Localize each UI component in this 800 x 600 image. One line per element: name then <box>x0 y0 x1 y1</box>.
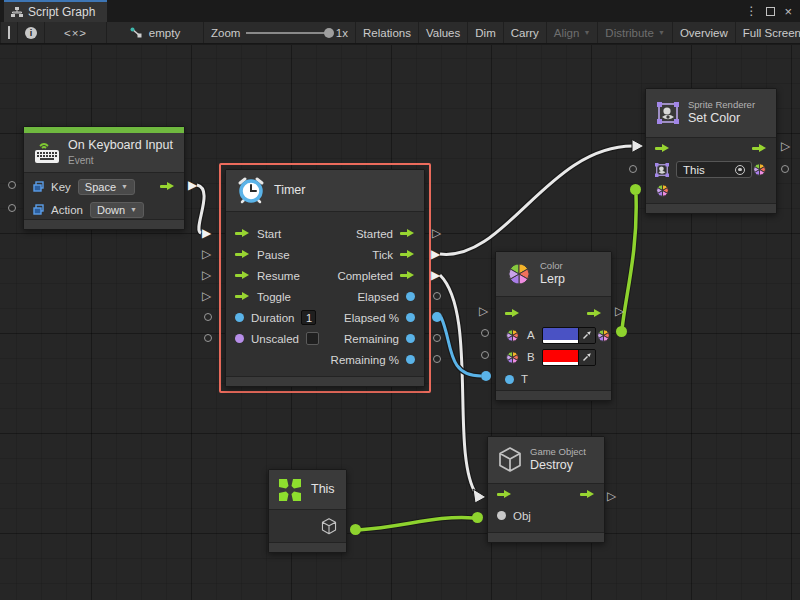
node-title: Timer <box>274 183 305 199</box>
trigger-in-icon[interactable] <box>505 309 520 318</box>
port-destroy-trigger-out[interactable]: ▷ <box>607 490 616 502</box>
port-timer-remaining[interactable] <box>433 334 441 342</box>
port-timer-toggle[interactable]: ▷ <box>202 290 211 302</box>
port-timer-started[interactable]: ▷ <box>432 227 441 239</box>
distribute-dropdown[interactable]: Distribute▼ <box>598 22 673 43</box>
object-picker-icon[interactable] <box>735 165 745 175</box>
trigger-out-icon[interactable] <box>752 144 767 153</box>
graph-hierarchy-icon <box>11 7 23 18</box>
value-port-icon[interactable] <box>505 375 514 384</box>
node-timer[interactable]: Timer Start Started Pause Tick Resume Co… <box>225 169 425 387</box>
port-lerp-t[interactable] <box>481 371 491 381</box>
window-close-icon[interactable]: × <box>784 5 792 18</box>
port-keyboard-trigger-out[interactable]: ▶ <box>188 179 197 191</box>
port-keyboard-action[interactable] <box>8 204 16 212</box>
tab-script-graph[interactable]: Script Graph <box>4 0 107 22</box>
align-dropdown[interactable]: Align▼ <box>547 22 599 43</box>
port-keyboard-key[interactable] <box>8 181 16 189</box>
port-timer-unscaled[interactable] <box>204 334 212 342</box>
eyedropper-icon[interactable] <box>578 328 595 343</box>
value-port-icon[interactable] <box>497 511 506 520</box>
wire-tick-to-setcolor[interactable] <box>440 140 644 255</box>
port-timer-tick[interactable]: ▶ <box>431 248 440 260</box>
trigger-in-icon[interactable] <box>235 250 250 259</box>
value-port-icon[interactable] <box>235 313 244 322</box>
value-port-icon[interactable] <box>406 292 415 301</box>
color-port-icon[interactable] <box>596 328 611 343</box>
code-preview-button[interactable]: <×> <box>45 22 107 43</box>
overview-button[interactable]: Overview <box>673 22 736 43</box>
carry-toggle[interactable]: Carry <box>504 22 547 43</box>
port-lerp-a[interactable] <box>481 329 489 337</box>
value-port-icon[interactable] <box>406 355 415 364</box>
trigger-in-icon[interactable] <box>655 144 670 153</box>
color-port-icon[interactable] <box>655 183 670 198</box>
color-port-icon[interactable] <box>752 162 767 177</box>
port-lerp-result[interactable] <box>616 326 627 337</box>
port-setcolor-target[interactable] <box>629 165 637 173</box>
node-on-keyboard-input[interactable]: On Keyboard Input Event Key Space▼ Actio… <box>23 126 185 230</box>
node-set-color[interactable]: Sprite Renderer Set Color This <box>645 88 777 214</box>
zoom-slider-handle[interactable] <box>324 28 334 38</box>
relations-toggle[interactable]: Relations <box>356 22 419 43</box>
window-menu-icon[interactable]: ⋮ <box>745 5 757 17</box>
port-setcolor-result[interactable] <box>781 165 789 173</box>
graph-canvas[interactable]: On Keyboard Input Event Key Space▼ Actio… <box>0 45 800 600</box>
wire-this-to-obj[interactable] <box>358 518 474 530</box>
port-timer-pause[interactable]: ▷ <box>202 248 211 260</box>
port-timer-resume[interactable]: ▷ <box>202 269 211 281</box>
port-lerp-b[interactable] <box>481 351 489 359</box>
trigger-in-icon[interactable] <box>235 292 250 301</box>
wire-elapsedpct-to-t[interactable] <box>441 317 481 376</box>
color-a-swatch[interactable] <box>542 327 596 344</box>
values-toggle[interactable]: Values <box>419 22 468 43</box>
color-b-swatch[interactable] <box>542 349 596 366</box>
dim-toggle[interactable]: Dim <box>468 22 503 43</box>
lock-button[interactable] <box>0 22 18 43</box>
trigger-out-icon[interactable] <box>587 309 602 318</box>
port-timer-elapsed[interactable] <box>433 292 441 300</box>
unscaled-checkbox[interactable] <box>306 332 319 345</box>
trigger-out-icon[interactable] <box>400 271 415 280</box>
port-destroy-obj[interactable] <box>472 512 483 523</box>
port-lerp-trigger-in[interactable]: ▷ <box>479 305 488 317</box>
port-timer-completed[interactable]: ▶ <box>431 269 440 281</box>
trigger-in-icon[interactable] <box>235 271 250 280</box>
key-dropdown[interactable]: Space▼ <box>78 179 135 195</box>
node-color-lerp[interactable]: Color Lerp A <box>495 251 612 401</box>
node-this[interactable]: This <box>268 469 347 553</box>
value-port-icon[interactable] <box>406 334 415 343</box>
action-dropdown[interactable]: Down▼ <box>90 202 144 218</box>
port-timer-duration[interactable] <box>204 313 212 321</box>
duration-input[interactable]: 1 <box>301 310 316 325</box>
port-setcolor-color[interactable] <box>630 184 641 195</box>
target-field[interactable]: This <box>676 161 752 178</box>
port-timer-start[interactable]: ▶ <box>202 227 211 239</box>
zoom-control: Zoom 1x <box>204 22 356 43</box>
node-destroy[interactable]: Game Object Destroy Obj <box>487 436 605 543</box>
zoom-slider[interactable] <box>246 32 329 34</box>
port-setcolor-trigger-out[interactable]: ▷ <box>781 140 790 152</box>
color-port-icon[interactable] <box>505 328 520 343</box>
value-port-icon[interactable] <box>235 334 244 343</box>
trigger-out-icon[interactable] <box>400 229 415 238</box>
eyedropper-icon[interactable] <box>578 350 595 365</box>
port-timer-remaining-pct[interactable] <box>433 355 441 363</box>
trigger-in-icon[interactable] <box>235 229 250 238</box>
fullscreen-button[interactable]: Full Screen <box>736 22 800 43</box>
trigger-out-icon[interactable] <box>580 490 595 499</box>
trigger-in-icon[interactable] <box>497 490 512 499</box>
window-maximize-icon[interactable] <box>766 7 775 16</box>
inspect-button[interactable]: i <box>18 22 45 43</box>
color-port-icon[interactable] <box>505 350 520 365</box>
trigger-out-icon[interactable] <box>400 250 415 259</box>
graph-breadcrumb[interactable]: empty <box>107 22 204 43</box>
port-lerp-trigger-out[interactable]: ▷ <box>615 305 624 317</box>
game-object-port-icon[interactable] <box>321 518 337 535</box>
port-this-out[interactable] <box>350 524 361 535</box>
sprite-renderer-port-icon[interactable] <box>655 163 669 177</box>
port-timer-elapsed-pct[interactable] <box>432 312 442 322</box>
node-footer <box>496 390 611 400</box>
value-port-icon[interactable] <box>406 313 415 322</box>
trigger-out-icon[interactable] <box>160 182 175 191</box>
